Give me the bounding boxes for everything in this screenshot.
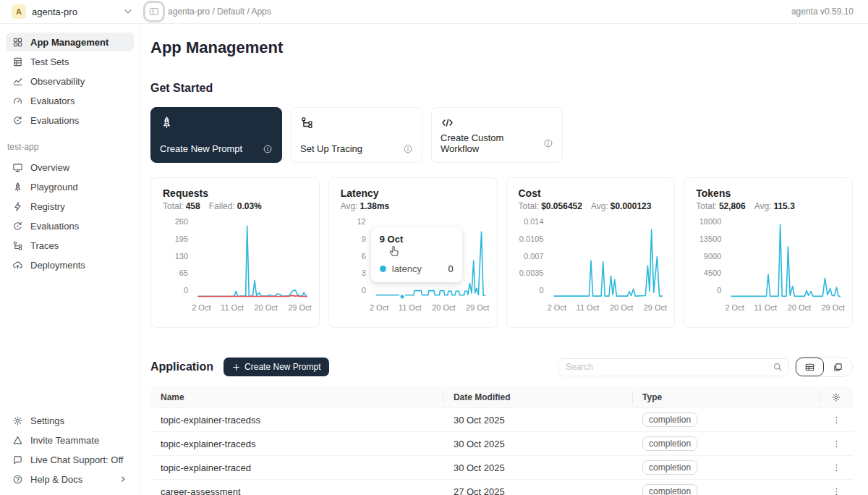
- view-toggle: [795, 357, 853, 377]
- tree-icon: [12, 240, 23, 251]
- sidebar-item-deployments[interactable]: Deployments: [6, 255, 134, 274]
- info-icon[interactable]: [263, 144, 273, 154]
- column-header-date-modified: Date Modified: [443, 386, 632, 407]
- card-view-icon: [833, 362, 843, 373]
- applications-table: Name Date Modified Type topic-explainer-…: [150, 386, 853, 495]
- workspace-name: agenta-pro: [32, 7, 117, 17]
- tokens-line-chart[interactable]: [728, 221, 841, 298]
- x-axis-labels: 2 Oct11 Oct20 Oct29 Oct: [728, 303, 841, 313]
- requests-line-chart[interactable]: [195, 221, 307, 298]
- tracing-icon: [300, 116, 413, 130]
- sidebar-item-label: Evaluators: [30, 96, 75, 106]
- card-view-button[interactable]: [824, 358, 852, 376]
- cost-line-chart[interactable]: [550, 221, 663, 298]
- chart-stats: Total:458 Failed:0.03%: [163, 201, 307, 211]
- create-new-prompt-button[interactable]: Create New Prompt: [224, 358, 329, 376]
- type-badge: completion: [642, 436, 697, 451]
- sidebar-item-label: Deployments: [30, 260, 85, 271]
- row-menu-icon[interactable]: [827, 438, 846, 450]
- y-axis-labels: 129630: [341, 218, 373, 295]
- row-menu-icon[interactable]: [827, 486, 846, 495]
- metrics-chart-row: Requests Total:458 Failed:0.03% 26019513…: [150, 177, 853, 328]
- chart-title: Latency: [341, 187, 485, 199]
- tooltip-series-row: latency 0: [380, 263, 454, 274]
- table-settings-gear-icon[interactable]: [831, 392, 841, 402]
- create-custom-workflow-card[interactable]: Create Custom Workflow: [431, 107, 563, 163]
- tooltip-series-value: 0: [448, 263, 454, 274]
- chart-stats: Avg:1.38ms: [341, 201, 485, 211]
- chevron-right-icon: [119, 475, 127, 483]
- column-header-type: Type: [632, 386, 820, 407]
- sidebar-item-registry[interactable]: Registry: [6, 197, 134, 216]
- search-box: [558, 358, 789, 376]
- x-axis-labels: 2 Oct11 Oct20 Oct29 Oct: [373, 303, 485, 313]
- gauge-icon: [12, 96, 23, 106]
- table-row[interactable]: topic-explainer-tracedss 30 Oct 2025 com…: [150, 407, 853, 431]
- sidebar-item-evaluations[interactable]: Evaluations: [6, 111, 134, 130]
- sidebar-item-label: Playground: [30, 182, 78, 192]
- application-header: Application Create New Prompt: [150, 357, 853, 377]
- info-icon[interactable]: [543, 138, 553, 148]
- rocket-icon: [12, 182, 23, 192]
- sidebar-item-label: Registry: [30, 201, 65, 212]
- sidebar-item-live-chat-support[interactable]: Live Chat Support: Off: [6, 450, 134, 469]
- tooltip-series-name: latency: [392, 263, 422, 274]
- sidebar-item-invite-teammate[interactable]: Invite Teammate: [6, 431, 134, 449]
- table-row[interactable]: career-assessment 27 Oct 2025 completion: [150, 479, 853, 495]
- card-label: Create Custom Workflow: [441, 132, 543, 154]
- sidebar-item-evaluators[interactable]: Evaluators: [6, 91, 134, 110]
- chart-title: Cost: [519, 187, 663, 199]
- chart-stats: Total:$0.056452 Avg:$0.000123: [519, 201, 663, 211]
- chart-stats: Total:52,806 Avg:115.3: [696, 201, 841, 211]
- sidebar-item-label: Invite Teammate: [30, 435, 99, 446]
- sidebar-item-label: Overview: [30, 162, 69, 173]
- table-view-button[interactable]: [796, 358, 824, 376]
- set-up-tracing-card[interactable]: Set Up Tracing: [291, 107, 422, 163]
- y-axis-labels: 0.0140.01050.0070.00350: [519, 218, 550, 295]
- column-header-name: Name: [150, 386, 443, 407]
- app-date-modified: 30 Oct 2025: [443, 415, 632, 426]
- workspace-selector[interactable]: A agenta-pro: [0, 4, 140, 19]
- sidebar-item-playground[interactable]: Playground: [6, 177, 134, 196]
- breadcrumb[interactable]: agenta-pro / Default / Apps: [168, 7, 271, 17]
- y-axis-labels: 1800013500900045000: [696, 218, 728, 295]
- app-date-modified: 30 Oct 2025: [443, 439, 632, 449]
- app-version: agenta v0.59.10: [791, 7, 868, 17]
- sidebar-item-settings[interactable]: Settings: [6, 411, 134, 430]
- table-row[interactable]: topic-explainer-traced 30 Oct 2025 compl…: [150, 455, 853, 479]
- row-menu-icon[interactable]: [827, 462, 846, 474]
- workspace-avatar: A: [12, 4, 26, 19]
- get-started-heading: Get Started: [150, 82, 853, 95]
- table-header: Name Date Modified Type: [150, 386, 853, 407]
- x-axis-labels: 2 Oct11 Oct20 Oct29 Oct: [195, 303, 307, 313]
- table-row[interactable]: topic-explainer-traceds 30 Oct 2025 comp…: [150, 431, 853, 455]
- sidebar-item-evaluations-app[interactable]: Evaluations: [6, 216, 134, 235]
- sidebar-item-overview[interactable]: Overview: [6, 158, 134, 177]
- refresh-circle-icon: [12, 115, 23, 126]
- sidebar-item-app-management[interactable]: App Management: [6, 33, 134, 51]
- sidebar-item-observability[interactable]: Observability: [6, 72, 134, 90]
- search-input[interactable]: [566, 362, 773, 372]
- sidebar-item-label: Test Sets: [30, 56, 69, 67]
- info-icon[interactable]: [403, 144, 413, 154]
- active-point-dot: [399, 293, 406, 300]
- app-name: topic-explainer-traceds: [150, 439, 443, 449]
- search-icon[interactable]: [773, 362, 783, 372]
- chart-title: Requests: [163, 187, 307, 199]
- sidebar-item-label: Live Chat Support: Off: [30, 454, 123, 465]
- row-menu-icon[interactable]: [827, 414, 846, 426]
- sidebar-item-help-docs[interactable]: Help & Docs: [6, 470, 134, 488]
- triangle-icon: [12, 435, 23, 446]
- sidebar-item-label: Observability: [30, 76, 85, 87]
- sidebar-collapse-button[interactable]: [143, 1, 165, 22]
- page-title: App Management: [150, 38, 853, 57]
- type-badge: completion: [642, 460, 697, 475]
- table-view-icon: [804, 362, 815, 373]
- chart-title: Tokens: [696, 187, 841, 199]
- sidebar-item-label: App Management: [30, 37, 109, 48]
- sidebar-item-traces[interactable]: Traces: [6, 236, 134, 255]
- sidebar: App Management Test Sets Observability E…: [0, 24, 140, 495]
- sidebar-item-test-sets[interactable]: Test Sets: [6, 52, 134, 71]
- help-icon: [12, 474, 23, 485]
- create-new-prompt-card[interactable]: Create New Prompt: [150, 107, 282, 163]
